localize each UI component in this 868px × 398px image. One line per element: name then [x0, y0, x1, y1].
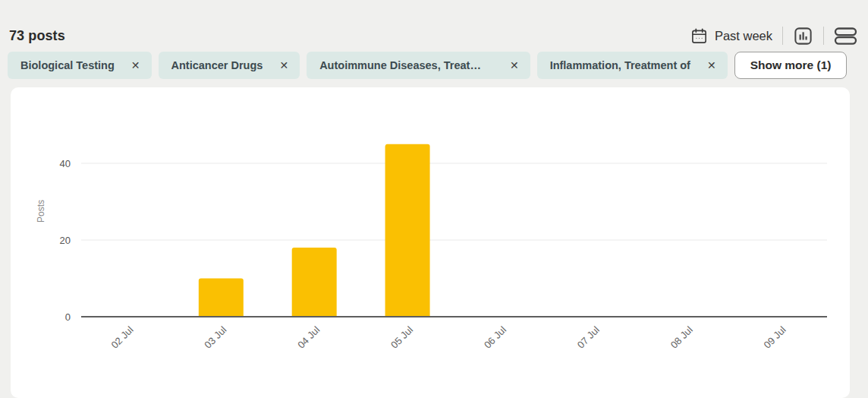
filter-chip[interactable]: Autoimmune Diseases, Treat… ✕	[307, 52, 530, 79]
x-tick-label: 04 Jul	[295, 324, 322, 350]
y-tick-label: 20	[60, 235, 71, 246]
close-icon[interactable]: ✕	[510, 60, 519, 71]
filter-chip-label: Inflammation, Treatment of	[550, 59, 690, 71]
divider	[823, 27, 824, 45]
y-axis-title: Posts	[36, 200, 46, 223]
show-more-button[interactable]: Show more (1)	[734, 52, 848, 79]
x-tick-label: 07 Jul	[575, 324, 602, 350]
post-count: 73 posts	[9, 28, 65, 44]
filter-chip-label: Autoimmune Diseases, Treat…	[319, 59, 481, 71]
list-view-icon[interactable]	[834, 26, 857, 46]
close-icon[interactable]: ✕	[707, 60, 716, 71]
divider	[782, 27, 783, 45]
header-controls: Past week	[690, 26, 857, 46]
filter-chip[interactable]: Anticancer Drugs ✕	[159, 52, 300, 79]
date-range-selector[interactable]: Past week	[690, 27, 772, 45]
x-tick-label: 05 Jul	[388, 324, 415, 350]
chart-bar-04-jul[interactable]	[292, 248, 337, 317]
calendar-icon	[690, 27, 708, 45]
filter-chips-row: Biological Testing ✕ Anticancer Drugs ✕ …	[8, 52, 857, 79]
header: 73 posts Past week	[9, 23, 857, 49]
y-tick-label: 0	[65, 311, 71, 323]
chart-bar-05-jul[interactable]	[385, 144, 430, 317]
chart-bar-03-jul[interactable]	[199, 279, 244, 317]
close-icon[interactable]: ✕	[131, 60, 140, 71]
posts-chart-card: 0204002 Jul03 Jul04 Jul05 Jul06 Jul07 Ju…	[11, 87, 850, 398]
x-tick-label: 08 Jul	[668, 324, 695, 350]
filter-chip[interactable]: Inflammation, Treatment of ✕	[537, 52, 728, 79]
analytics-panel: 73 posts Past week	[0, 0, 868, 398]
filter-chip-label: Biological Testing	[20, 59, 115, 71]
x-tick-label: 09 Jul	[762, 324, 788, 350]
bar-chart-view-icon[interactable]	[793, 26, 813, 46]
posts-bar-chart: 0204002 Jul03 Jul04 Jul05 Jul06 Jul07 Ju…	[11, 87, 850, 398]
filter-chip[interactable]: Biological Testing ✕	[8, 52, 152, 79]
date-range-label: Past week	[715, 29, 772, 43]
x-tick-label: 03 Jul	[202, 324, 228, 350]
filter-chip-label: Anticancer Drugs	[171, 59, 263, 71]
y-tick-label: 40	[60, 158, 71, 169]
x-tick-label: 06 Jul	[482, 324, 508, 350]
x-tick-label: 02 Jul	[108, 324, 135, 350]
close-icon[interactable]: ✕	[279, 60, 288, 71]
